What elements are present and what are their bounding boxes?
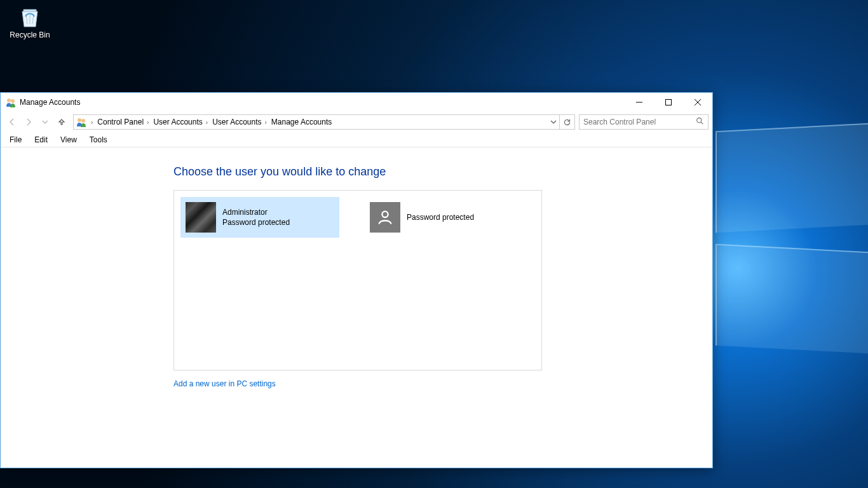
svg-point-10: [382, 212, 388, 217]
breadcrumb-user-accounts[interactable]: User Accounts: [152, 118, 203, 126]
user-name: Administrator: [222, 207, 290, 217]
up-button[interactable]: [54, 114, 69, 130]
recycle-bin-glyph: [17, 4, 43, 29]
breadcrumb-manage-accounts[interactable]: Manage Accounts: [270, 118, 333, 126]
window-title: Manage Accounts: [20, 98, 80, 107]
menu-edit[interactable]: Edit: [29, 134, 53, 146]
content-area: Choose the user you would like to change…: [1, 147, 712, 388]
user-accounts-icon: [76, 117, 86, 127]
svg-point-0: [7, 98, 11, 102]
wallpaper-beam: [715, 244, 868, 354]
user-list-box: Administrator Password protected Passwor…: [173, 190, 542, 370]
chevron-right-icon: ›: [204, 119, 211, 126]
menu-view[interactable]: View: [55, 134, 82, 146]
breadcrumb-control-panel[interactable]: Control Panel: [96, 118, 145, 126]
maximize-button[interactable]: [654, 93, 683, 112]
chevron-right-icon: ›: [263, 119, 270, 126]
forward-button[interactable]: [21, 114, 36, 130]
back-button[interactable]: [4, 114, 20, 130]
svg-point-8: [697, 118, 702, 123]
avatar: [186, 202, 216, 233]
search-box[interactable]: [579, 114, 709, 130]
breadcrumb-user-accounts-2[interactable]: User Accounts: [211, 118, 262, 126]
chevron-right-icon: ›: [145, 119, 152, 126]
refresh-button[interactable]: [559, 115, 574, 129]
svg-point-1: [11, 99, 15, 103]
user-accounts-icon: [6, 97, 16, 107]
recycle-bin-label: Recycle Bin: [6, 30, 53, 39]
search-icon[interactable]: [696, 117, 704, 127]
svg-point-7: [81, 119, 85, 123]
recycle-bin-icon[interactable]: Recycle Bin: [6, 4, 53, 39]
person-icon: [376, 208, 394, 226]
user-status: Password protected: [222, 217, 290, 227]
svg-point-6: [78, 118, 81, 122]
add-new-user-link[interactable]: Add a new user in PC settings: [173, 379, 712, 388]
nav-row: › Control Panel › User Accounts › User A…: [1, 112, 712, 132]
menu-file[interactable]: File: [4, 134, 27, 146]
user-card-other[interactable]: Password protected: [365, 197, 524, 238]
page-heading: Choose the user you would like to change: [173, 165, 712, 179]
wallpaper-beam: [715, 123, 868, 233]
close-button[interactable]: [683, 93, 712, 112]
minimize-button[interactable]: [625, 93, 654, 112]
menu-tools[interactable]: Tools: [85, 134, 112, 146]
search-input[interactable]: [583, 118, 696, 126]
user-status: Password protected: [407, 212, 474, 222]
user-card-administrator[interactable]: Administrator Password protected: [180, 197, 339, 238]
address-bar[interactable]: › Control Panel › User Accounts › User A…: [73, 114, 575, 130]
titlebar[interactable]: Manage Accounts: [1, 93, 712, 112]
svg-line-9: [701, 122, 703, 124]
svg-rect-3: [666, 100, 672, 105]
manage-accounts-window: Manage Accounts › Control Panel › User A…: [0, 92, 713, 468]
avatar: [370, 202, 400, 233]
chevron-right-icon: ›: [89, 119, 96, 126]
address-history-button[interactable]: [548, 115, 559, 129]
recent-locations-button[interactable]: [37, 114, 53, 130]
menu-bar: File Edit View Tools: [1, 132, 712, 147]
